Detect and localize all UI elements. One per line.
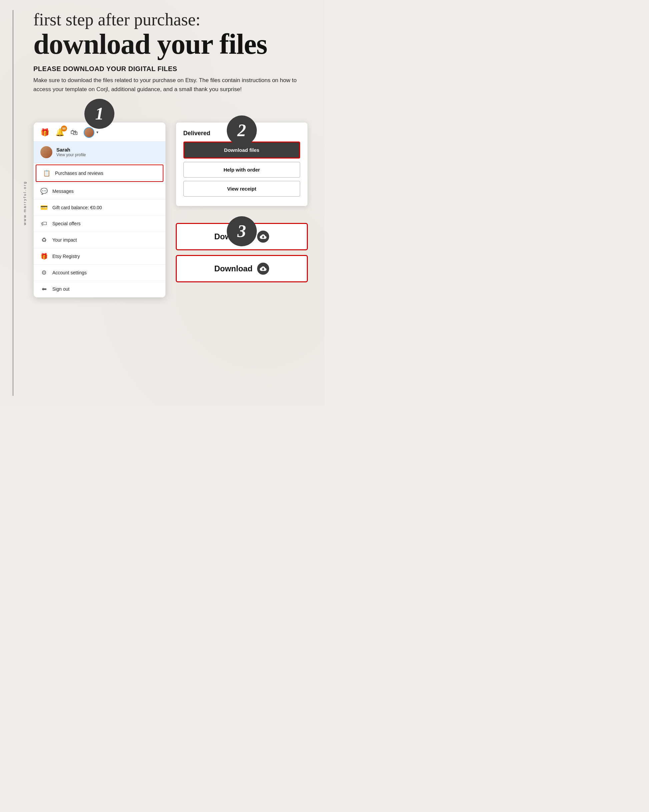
description: Make sure to download the files related … bbox=[34, 76, 307, 94]
script-title: first step after purchase: bbox=[34, 10, 308, 29]
step-one-column: 1 🎁 🔔 50 🛍 ▼ bbox=[34, 105, 166, 298]
settings-icon: ⚙ bbox=[40, 269, 48, 276]
menu-item-giftcard[interactable]: 💳 Gift card balance: €0.00 bbox=[34, 200, 165, 216]
etsy-mockup: 🎁 🔔 50 🛍 ▼ bbox=[34, 122, 166, 298]
chevron-down-icon: ▼ bbox=[96, 130, 99, 134]
menu-item-special-offers[interactable]: 🏷 Special offers bbox=[34, 216, 165, 232]
menu-item-your-impact[interactable]: ♻ Your impact bbox=[34, 232, 165, 248]
menu-item-account-settings[interactable]: ⚙ Account settings bbox=[34, 265, 165, 281]
menu-item-label: Messages bbox=[52, 189, 74, 194]
page-wrapper: www.marryful.org first step after purcha… bbox=[0, 0, 324, 406]
step-one-number: 1 bbox=[84, 99, 114, 129]
subtitle: PLEASE DOWNLOAD YOUR DIGITAL FILES bbox=[34, 65, 308, 73]
registry-icon: 🎁 bbox=[40, 253, 48, 260]
profile-sub-label: View your profile bbox=[56, 153, 86, 157]
menu-item-label: Gift card balance: €0.00 bbox=[52, 205, 102, 210]
download-label-2: Download bbox=[214, 264, 253, 273]
vertical-line bbox=[13, 10, 13, 396]
menu-item-sign-out[interactable]: ⬅ Sign out bbox=[34, 281, 165, 298]
cart-icon: 🛍 bbox=[70, 128, 78, 137]
menu-item-label: Purchases and reviews bbox=[55, 171, 104, 176]
right-column: 2 Delivered Download files Help with ord… bbox=[176, 105, 308, 287]
step-three-wrapper: 3 Download Download bbox=[176, 223, 308, 282]
vertical-text: www.marryful.org bbox=[23, 181, 27, 225]
avatar-wrapper[interactable]: ▼ bbox=[84, 127, 99, 138]
step-two-number: 2 bbox=[227, 116, 257, 145]
profile-avatar bbox=[40, 146, 52, 158]
messages-icon: 💬 bbox=[40, 188, 48, 195]
main-content: first step after purchase: download your… bbox=[34, 10, 308, 298]
bell-wrapper: 🔔 50 bbox=[55, 128, 64, 137]
menu-item-label: Special offers bbox=[52, 221, 81, 226]
gift-icon: 🎁 bbox=[40, 128, 49, 137]
dropdown-menu: Sarah View your profile 📋 Purchases and … bbox=[34, 142, 165, 298]
steps-container: 1 🎁 🔔 50 🛍 ▼ bbox=[34, 105, 308, 298]
profile-row[interactable]: Sarah View your profile bbox=[34, 142, 165, 163]
special-offers-icon: 🏷 bbox=[40, 220, 48, 227]
step-two-wrapper: 2 Delivered Download files Help with ord… bbox=[176, 122, 308, 206]
main-title: download your files bbox=[34, 30, 308, 58]
view-receipt-button[interactable]: View receipt bbox=[183, 181, 300, 197]
menu-item-label: Account settings bbox=[52, 270, 87, 275]
profile-name: Sarah bbox=[56, 147, 86, 153]
menu-item-label: Sign out bbox=[52, 286, 69, 292]
purchases-icon: 📋 bbox=[43, 169, 50, 177]
download-cloud-icon-1 bbox=[257, 230, 269, 243]
menu-item-messages[interactable]: 💬 Messages bbox=[34, 183, 165, 200]
download-cloud-icon-2 bbox=[257, 263, 269, 275]
avatar bbox=[84, 127, 94, 138]
menu-item-label: Etsy Registry bbox=[52, 253, 80, 259]
menu-item-purchases[interactable]: 📋 Purchases and reviews bbox=[36, 165, 163, 182]
notification-badge: 50 bbox=[61, 125, 67, 131]
menu-item-registry[interactable]: 🎁 Etsy Registry bbox=[34, 248, 165, 265]
impact-icon: ♻ bbox=[40, 236, 48, 244]
menu-item-label: Your impact bbox=[52, 237, 77, 243]
giftcard-icon: 💳 bbox=[40, 204, 48, 211]
help-with-order-button[interactable]: Help with order bbox=[183, 162, 300, 177]
sign-out-icon: ⬅ bbox=[40, 285, 48, 293]
profile-info: Sarah View your profile bbox=[56, 147, 86, 157]
step-three-number: 3 bbox=[227, 216, 257, 246]
download-button-2[interactable]: Download bbox=[176, 255, 308, 282]
